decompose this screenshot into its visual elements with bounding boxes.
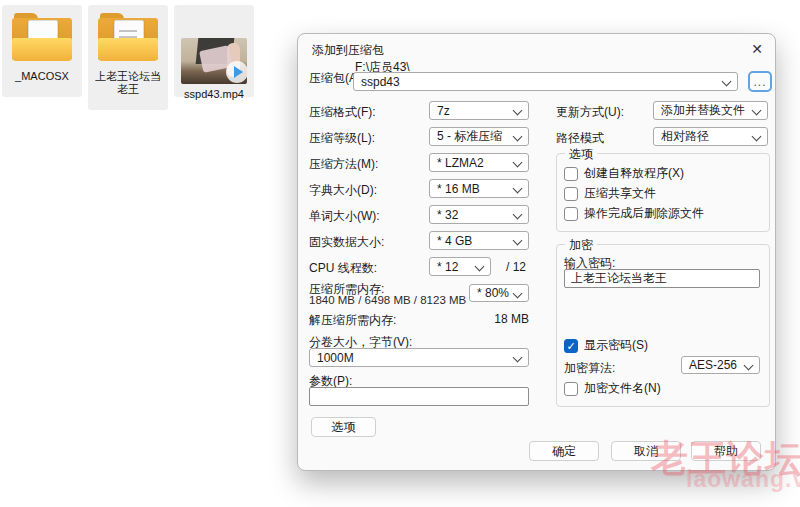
path-mode-combobox[interactable]: 相对路径 xyxy=(653,127,768,146)
solid-size-label: 固实数据大小: xyxy=(309,234,384,251)
chevron-down-icon xyxy=(513,132,523,142)
close-icon[interactable]: ✕ xyxy=(751,41,763,57)
desktop-item-video[interactable]: sspd43.mp4 xyxy=(174,5,254,97)
chevron-down-icon xyxy=(513,353,523,363)
options-button[interactable]: 选项 xyxy=(311,417,376,437)
browse-button[interactable]: ... xyxy=(748,71,772,92)
dictionary-combobox[interactable]: * 16 MB xyxy=(429,179,529,198)
path-mode-label: 路径模式 xyxy=(556,130,604,147)
chevron-down-icon xyxy=(475,262,485,272)
chevron-down-icon xyxy=(752,106,762,116)
checkbox-encrypt-filenames[interactable]: 加密文件名(N) xyxy=(564,380,661,397)
desktop-item-laowang-folder[interactable]: 上老王论坛当老王 xyxy=(88,5,168,110)
desktop-item-label: _MACOSX xyxy=(13,70,71,83)
checkbox-icon xyxy=(564,167,578,181)
folder-icon xyxy=(11,13,73,63)
word-size-label: 单词大小(W): xyxy=(309,208,380,225)
archive-name-combobox[interactable]: sspd43 xyxy=(353,72,738,91)
checkbox-create-sfx[interactable]: 创建自释放程序(X) xyxy=(564,165,684,182)
update-mode-combobox[interactable]: 添加并替换文件 xyxy=(653,101,768,120)
chevron-down-icon xyxy=(722,77,732,87)
chevron-down-icon xyxy=(513,210,523,220)
dictionary-label: 字典大小(D): xyxy=(309,182,377,199)
checkbox-delete-after[interactable]: 操作完成后删除源文件 xyxy=(564,205,704,222)
format-combobox[interactable]: 7z xyxy=(429,101,529,120)
options-group-title: 选项 xyxy=(565,146,597,163)
solid-size-combobox[interactable]: * 4 GB xyxy=(429,231,529,250)
memory-percent-combobox[interactable]: * 80% xyxy=(469,284,529,302)
encryption-group-title: 加密 xyxy=(565,237,597,254)
memory-usage-detail: 1840 MB / 6498 MB / 8123 MB xyxy=(309,294,466,306)
word-size-combobox[interactable]: * 32 xyxy=(429,205,529,224)
chevron-down-icon xyxy=(513,236,523,246)
parameters-input[interactable] xyxy=(309,387,529,406)
video-thumbnail xyxy=(181,38,247,84)
desktop-item-label: sspd43.mp4 xyxy=(182,88,246,101)
cpu-threads-combobox[interactable]: * 12 xyxy=(429,257,491,276)
checkbox-icon xyxy=(564,187,578,201)
chevron-down-icon xyxy=(513,289,523,299)
algorithm-combobox[interactable]: AES-256 xyxy=(681,356,760,374)
update-mode-label: 更新方式(U): xyxy=(556,104,624,121)
checkbox-show-password[interactable]: ✓ 显示密码(S) xyxy=(564,337,648,354)
play-icon xyxy=(226,61,247,83)
ok-button[interactable]: 确定 xyxy=(529,441,599,461)
add-to-archive-dialog: 添加到压缩包 ✕ 压缩包(A) F:\店员43\ sspd43 ... 压缩格式… xyxy=(297,33,776,471)
volume-size-combobox[interactable]: 1000M xyxy=(309,348,529,367)
decompress-memory-value: 18 MB xyxy=(429,312,529,326)
level-label: 压缩等级(L): xyxy=(309,130,375,147)
cpu-threads-label: CPU 线程数: xyxy=(309,260,377,277)
chevron-down-icon xyxy=(513,158,523,168)
level-combobox[interactable]: 5 - 标准压缩 xyxy=(429,127,529,146)
folder-icon xyxy=(97,13,159,63)
password-input[interactable] xyxy=(564,269,760,288)
checkbox-icon xyxy=(564,207,578,221)
desktop-item-label: 上老王论坛当老王 xyxy=(88,70,168,96)
checkmark-icon: ✓ xyxy=(564,339,578,353)
method-label: 压缩方法(M): xyxy=(309,156,378,173)
chevron-down-icon xyxy=(513,184,523,194)
dialog-title: 添加到压缩包 xyxy=(312,42,384,59)
cancel-button[interactable]: 取消 xyxy=(611,441,681,461)
method-combobox[interactable]: * LZMA2 xyxy=(429,153,529,172)
decompress-memory-label: 解压缩所需内存: xyxy=(309,312,396,329)
chevron-down-icon xyxy=(744,361,754,371)
algorithm-label: 加密算法: xyxy=(564,360,615,377)
desktop-item-macosx[interactable]: _MACOSX xyxy=(2,5,82,97)
checkbox-icon xyxy=(564,382,578,396)
cpu-threads-total: / 12 xyxy=(506,260,526,274)
checkbox-shared-files[interactable]: 压缩共享文件 xyxy=(564,185,656,202)
chevron-down-icon xyxy=(513,106,523,116)
format-label: 压缩格式(F): xyxy=(309,104,376,121)
help-button[interactable]: 帮助 xyxy=(691,441,761,461)
chevron-down-icon xyxy=(752,132,762,142)
